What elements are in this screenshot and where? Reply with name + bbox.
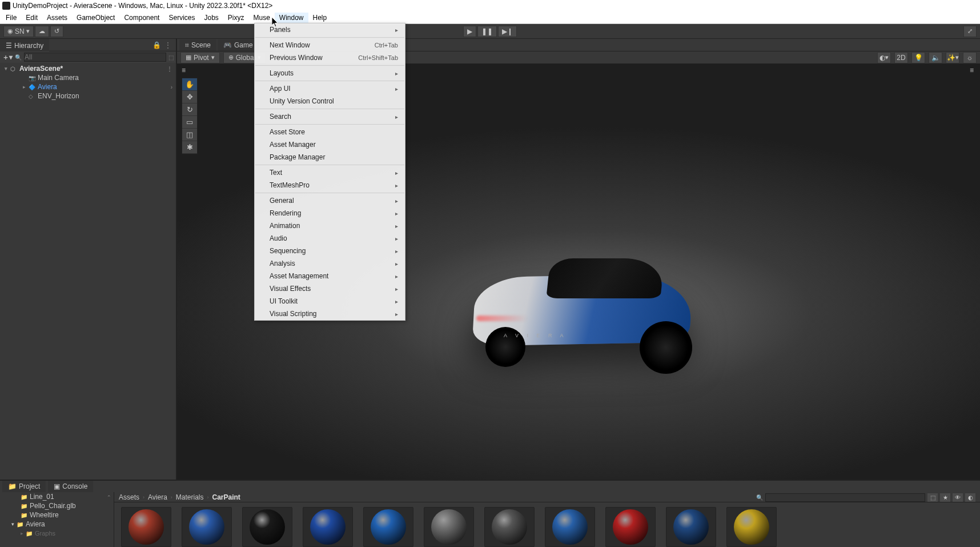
menu-gameobject[interactable]: GameObject [72,13,119,23]
menu-item-layouts[interactable]: Layouts▸ [255,67,405,79]
lock-icon[interactable]: 🔒 [152,41,161,49]
menu-item-asset-manager[interactable]: Asset Manager [255,138,405,151]
menu-item-animation[interactable]: Animation▸ [255,219,405,232]
menu-component[interactable]: Component [119,13,164,23]
shading-mode[interactable]: ◐▾ [877,52,891,63]
collapse-icon[interactable]: ⌃ [107,494,111,500]
menu-item-ui-toolkit[interactable]: UI Toolkit▸ [255,295,405,308]
breadcrumb-segment[interactable]: Materials [176,493,204,501]
menu-item-sequencing[interactable]: Sequencing▸ [255,245,405,257]
menu-help[interactable]: Help [308,13,332,23]
cloud-button[interactable]: ☁ [35,26,49,37]
unity-scene-icon: ⬡ [10,66,18,72]
lighting-toggle[interactable]: 💡 [911,52,925,63]
console-tab[interactable]: ▣ Console [48,481,93,492]
menu-item-package-manager[interactable]: Package Manager [255,151,405,163]
hidden-icon[interactable]: 👁 [953,493,963,502]
menu-item-previous-window[interactable]: Previous WindowCtrl+Shift+Tab [255,51,405,64]
scene-tool-1[interactable]: ✥ [182,91,197,103]
history-button[interactable]: ↺ [50,26,63,37]
menu-item-unity-version-control[interactable]: Unity Version Control [255,95,405,107]
scene-tool-4[interactable]: ◫ [182,129,197,141]
hierarchy-tab[interactable]: ☰Hierarchy [0,39,49,51]
material-thumbnail[interactable] [424,507,474,547]
overlay-menu-right-icon[interactable]: ≡ [970,66,974,74]
menu-assets[interactable]: Assets [42,13,72,23]
menu-item-rendering[interactable]: Rendering▸ [255,207,405,219]
folder-row[interactable]: ▸📁Graphs [0,529,114,538]
menu-item-analysis[interactable]: Analysis▸ [255,257,405,270]
material-thumbnail[interactable] [726,507,777,547]
menu-item-text[interactable]: Text▸ [255,166,405,179]
fx-toggle[interactable]: ✨▾ [946,52,959,63]
overlay-menu-icon[interactable]: ≡ [182,66,186,74]
material-thumbnail[interactable] [242,507,292,547]
menu-item-audio[interactable]: Audio▸ [255,232,405,245]
expand-icon[interactable]: ⬚ [168,54,174,61]
hierarchy-item[interactable]: ▸🔷Aviera› [0,82,176,91]
material-thumbnail[interactable] [182,507,232,547]
menu-services[interactable]: Services [164,13,199,23]
menu-item-next-window[interactable]: Next WindowCtrl+Tab [255,39,405,51]
menu-item-visual-effects[interactable]: Visual Effects▸ [255,282,405,295]
menu-item-asset-store[interactable]: Asset Store [255,126,405,138]
step-button[interactable]: ▶❙ [498,26,517,37]
slider-icon[interactable]: ◐ [965,493,975,502]
folder-row[interactable]: ▾📁Aviera [0,520,114,529]
material-thumbnail[interactable] [484,507,535,547]
material-thumbnail[interactable] [303,507,353,547]
hierarchy-menu-icon[interactable]: ⋮ [164,41,171,49]
pivot-toggle[interactable]: ▦ Pivot ▾ [180,52,220,63]
breadcrumb-segment[interactable]: Aviera [148,493,167,501]
folder-row[interactable]: 📁Wheeltire [0,510,114,520]
menu-item-search[interactable]: Search▸ [255,110,405,123]
game-tab[interactable]: 🎮Game [218,39,259,51]
gizmos-toggle[interactable]: ☼ [963,52,977,63]
project-folders: ⌃ 📁Line_01📁Pello_Chair.glb📁Wheeltire ▾📁A… [0,492,114,547]
hierarchy-item[interactable]: 📷Main Camera [0,73,176,82]
material-thumbnail[interactable] [605,507,656,547]
hierarchy-tree: ▾⬡ AvieraScene* ⋮ 📷Main Camera▸🔷Aviera›◇… [0,63,176,102]
scene-tool-0[interactable]: ✋ [182,78,197,91]
breadcrumb-segment[interactable]: CarPaint [212,493,240,501]
scene-tab[interactable]: ⌗Scene [179,39,216,51]
main-toolbar: ◉ SN ▾ ☁ ↺ ▶ ❚❚ ▶❙ ⤢ [0,24,980,39]
hierarchy-item[interactable]: ◇ENV_Horizon [0,91,176,101]
menu-item-asset-management[interactable]: Asset Management▸ [255,270,405,282]
search-button[interactable]: ⤢ [963,26,977,37]
scene-tool-5[interactable]: ✱ [182,141,197,154]
scene-row[interactable]: ▾⬡ AvieraScene* ⋮ [0,64,176,73]
2d-toggle[interactable]: 2D [894,52,908,63]
breadcrumb-segment[interactable]: Assets [119,493,139,501]
menu-item-textmeshpro[interactable]: TextMeshPro▸ [255,179,405,191]
project-tab[interactable]: 📁 Project [2,481,46,492]
menu-pixyz[interactable]: Pixyz [223,13,249,23]
material-thumbnail[interactable] [121,507,171,547]
menu-muse[interactable]: Muse [249,13,275,23]
material-thumbnail[interactable] [666,507,716,547]
material-thumbnail[interactable] [363,507,413,547]
folder-row[interactable]: 📁Line_01 [0,492,114,501]
favorites-icon[interactable]: ★ [940,493,950,502]
project-search[interactable] [765,493,925,502]
menubar: FileEditAssetsGameObjectComponentService… [0,11,980,24]
create-button[interactable]: ＋▾ [2,53,13,62]
scene-context-icon[interactable]: ⋮ [167,66,172,72]
hierarchy-search[interactable] [24,53,166,62]
scene-tool-2[interactable]: ↻ [182,103,197,116]
menu-file[interactable]: File [1,13,21,23]
filter-icon[interactable]: ⬚ [927,493,938,502]
menu-item-app-ui[interactable]: App UI▸ [255,82,405,95]
material-thumbnail[interactable] [545,507,595,547]
menu-jobs[interactable]: Jobs [199,13,223,23]
menu-window[interactable]: Window [275,13,308,23]
account-button[interactable]: ◉ SN ▾ [3,26,34,37]
menu-item-general[interactable]: General▸ [255,194,405,207]
menu-item-visual-scripting[interactable]: Visual Scripting▸ [255,308,405,320]
scene-tool-3[interactable]: ▭ [182,116,197,129]
audio-toggle[interactable]: 🔈 [929,52,942,63]
folder-row[interactable]: 📁Pello_Chair.glb [0,501,114,510]
play-button[interactable]: ▶ [463,26,476,37]
menu-edit[interactable]: Edit [21,13,42,23]
pause-button[interactable]: ❚❚ [477,26,497,37]
